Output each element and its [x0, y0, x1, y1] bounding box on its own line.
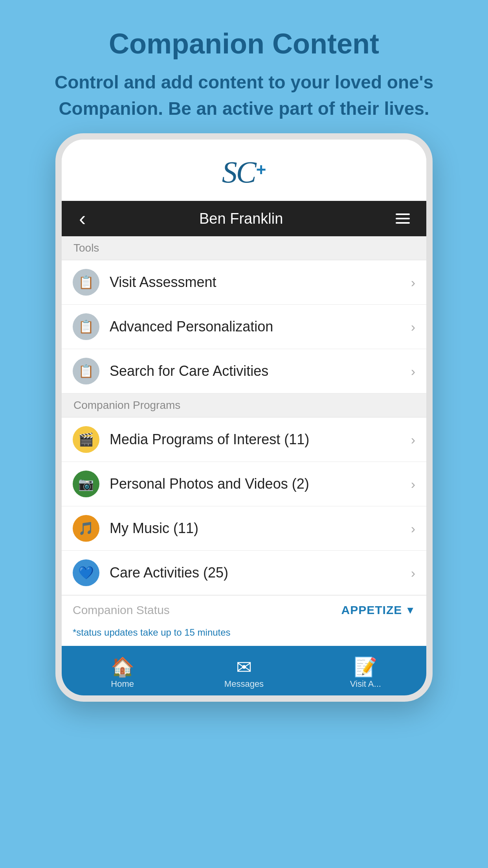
search-care-activities-chevron: ›	[411, 364, 415, 379]
media-programs-item[interactable]: 🎬 Media Programs of Interest (11) ›	[62, 417, 426, 462]
power-button	[429, 273, 433, 313]
vol-down-button	[55, 297, 59, 324]
personal-photos-icon: 📷	[73, 471, 99, 497]
logo-sc-text: SC	[222, 154, 255, 190]
my-music-chevron: ›	[411, 521, 415, 536]
companion-programs-section-header: Companion Programs	[62, 394, 426, 417]
visit-assessment-chevron: ›	[411, 275, 415, 290]
care-activities-icon: 💙	[73, 559, 99, 586]
companion-programs-section-label: Companion Programs	[73, 399, 180, 411]
page-background: Companion Content Control and add conten…	[0, 0, 488, 868]
home-icon: 🏠	[111, 656, 134, 678]
advanced-personalization-chevron: ›	[411, 319, 415, 335]
nav-title: Ben Franklin	[199, 210, 283, 227]
tools-section-header: Tools	[62, 236, 426, 260]
media-programs-chevron: ›	[411, 432, 415, 447]
bottom-tab-bar: 🏠 Home ✉ Messages 📝 Visit A...	[62, 646, 426, 695]
care-activities-item[interactable]: 💙 Care Activities (25) ›	[62, 551, 426, 595]
tab-messages[interactable]: ✉ Messages	[183, 646, 305, 695]
status-note-text: *status updates take up to 15 minutes	[73, 627, 231, 638]
companion-status-chevron-icon: ▼	[405, 604, 415, 616]
media-programs-icon: 🎬	[73, 426, 99, 453]
page-title: Companion Content	[31, 28, 457, 60]
logo-area: SC +	[62, 140, 426, 201]
my-music-label: My Music (11)	[110, 520, 411, 537]
media-programs-label: Media Programs of Interest (11)	[110, 431, 411, 448]
home-tab-label: Home	[111, 679, 134, 689]
page-header: Companion Content Control and add conten…	[0, 0, 488, 133]
care-activities-label: Care Activities (25)	[110, 565, 411, 581]
personal-photos-label: Personal Photos and Videos (2)	[110, 476, 411, 492]
companion-status-value: APPETIZE	[341, 603, 402, 617]
logo-plus-icon: +	[256, 160, 266, 180]
my-music-item[interactable]: 🎵 My Music (11) ›	[62, 506, 426, 551]
personal-photos-item[interactable]: 📷 Personal Photos and Videos (2) ›	[62, 462, 426, 506]
search-care-activities-label: Search for Care Activities	[110, 363, 411, 379]
phone-mockup: SC + ‹ Ben Franklin Tools 📋 Visit Assess…	[55, 133, 433, 702]
personal-photos-chevron: ›	[411, 476, 415, 492]
visit-assessment-item[interactable]: 📋 Visit Assessment ›	[62, 260, 426, 305]
tab-home[interactable]: 🏠 Home	[62, 646, 183, 695]
tools-section-label: Tools	[73, 242, 99, 254]
advanced-personalization-icon: 📋	[73, 313, 99, 340]
companion-status-row[interactable]: Companion Status APPETIZE ▼	[62, 595, 426, 625]
status-note: *status updates take up to 15 minutes	[62, 625, 426, 646]
menu-button[interactable]	[392, 210, 414, 228]
page-subtitle: Control and add content to your loved on…	[31, 69, 457, 121]
visit-tab-label: Visit A...	[350, 679, 381, 689]
advanced-personalization-item[interactable]: 📋 Advanced Personalization ›	[62, 305, 426, 349]
messages-icon: ✉	[236, 656, 252, 678]
messages-tab-label: Messages	[224, 679, 264, 689]
companion-status-label: Companion Status	[73, 603, 341, 617]
search-care-activities-item[interactable]: 📋 Search for Care Activities ›	[62, 349, 426, 394]
visit-icon: 📝	[354, 656, 377, 678]
my-music-icon: 🎵	[73, 515, 99, 542]
visit-assessment-icon: 📋	[73, 269, 99, 296]
search-care-activities-icon: 📋	[73, 358, 99, 384]
back-button[interactable]: ‹	[74, 205, 90, 232]
vol-up-button	[55, 257, 59, 285]
advanced-personalization-label: Advanced Personalization	[110, 318, 411, 335]
nav-bar: ‹ Ben Franklin	[62, 201, 426, 236]
tab-visit[interactable]: 📝 Visit A...	[305, 646, 426, 695]
care-activities-chevron: ›	[411, 565, 415, 581]
visit-assessment-label: Visit Assessment	[110, 274, 411, 291]
